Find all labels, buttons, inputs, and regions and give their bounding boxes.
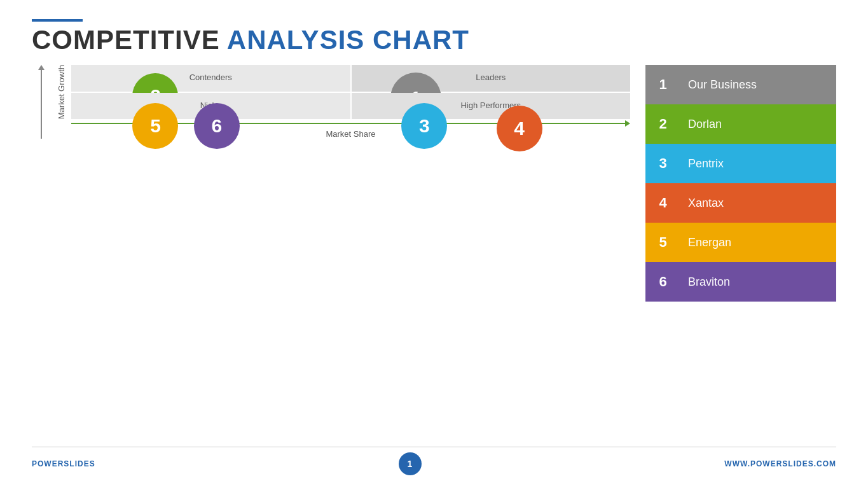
title-black: COMPETITIVE <box>32 25 220 55</box>
y-axis <box>32 65 51 139</box>
legend-name-1: Our Business <box>680 65 836 104</box>
page: COMPETITIVE ANALYSIS CHART Market <box>0 0 868 488</box>
y-label-container: Market Growth <box>55 65 67 119</box>
x-axis-label: Market Share <box>326 129 375 139</box>
quadrant-niche: Niche 5 6 <box>71 93 350 120</box>
legend-item-6: 6 Braviton <box>645 262 836 302</box>
y-axis-label: Market Growth <box>55 65 67 119</box>
y-axis-line <box>41 70 42 139</box>
bubble-6: 6 <box>194 103 240 149</box>
legend-item-3: 3 Pentrix <box>645 144 836 183</box>
legend-item-5: 5 Energan <box>645 223 836 262</box>
footer-brand-black: POWER <box>32 459 64 468</box>
legend-name-2: Dorlan <box>680 104 836 144</box>
bubble-3: 3 <box>401 103 447 149</box>
y-axis-arrow <box>38 65 45 70</box>
footer-brand: POWERSLIDES <box>32 459 95 468</box>
legend-number-1: 1 <box>645 65 680 104</box>
title-blue: ANALYSIS CHART <box>227 25 469 55</box>
legend-number-5: 5 <box>645 223 680 262</box>
quadrants-grid: Contenders 2 Leaders 1 <box>71 65 630 119</box>
quadrant-contenders: Contenders 2 <box>71 65 350 92</box>
chart-and-x: Market Growth Contenders 2 <box>55 65 630 139</box>
footer-brand-blue: SLIDES <box>64 459 95 468</box>
legend-name-5: Energan <box>680 223 836 262</box>
legend-name-3: Pentrix <box>680 144 836 183</box>
legend-item-2: 2 Dorlan <box>645 104 836 144</box>
legend-number-3: 3 <box>645 144 680 183</box>
header: COMPETITIVE ANALYSIS CHART <box>32 19 836 53</box>
contenders-label: Contenders <box>79 73 343 82</box>
header-accent-line <box>32 19 83 22</box>
footer-url: WWW.POWERSLIDES.COM <box>724 459 836 468</box>
legend: 1 Our Business 2 Dorlan 3 Pentrix 4 Xant… <box>645 65 836 302</box>
legend-name-6: Braviton <box>680 262 836 302</box>
footer-page-number: 1 <box>399 452 422 475</box>
quadrant-high-performers: High Performers 3 4 <box>352 93 631 120</box>
x-axis-arrow <box>625 120 630 127</box>
quadrant-leaders: Leaders 1 <box>352 65 631 92</box>
chart-inner: Market Growth Contenders 2 <box>55 65 630 119</box>
footer: POWERSLIDES 1 WWW.POWERSLIDES.COM <box>32 447 836 475</box>
bubble-5: 5 <box>132 103 178 149</box>
chart-wrapper: Market Growth Contenders 2 <box>32 65 630 139</box>
legend-number-6: 6 <box>645 262 680 302</box>
legend-name-4: Xantax <box>680 183 836 223</box>
legend-item-1: 1 Our Business <box>645 65 836 104</box>
legend-number-4: 4 <box>645 183 680 223</box>
page-title: COMPETITIVE ANALYSIS CHART <box>32 27 836 53</box>
legend-item-4: 4 Xantax <box>645 183 836 223</box>
high-performers-label: High Performers <box>359 101 623 110</box>
content-area: Market Growth Contenders 2 <box>32 65 836 440</box>
legend-number-2: 2 <box>645 104 680 144</box>
bubble-4: 4 <box>497 106 542 151</box>
